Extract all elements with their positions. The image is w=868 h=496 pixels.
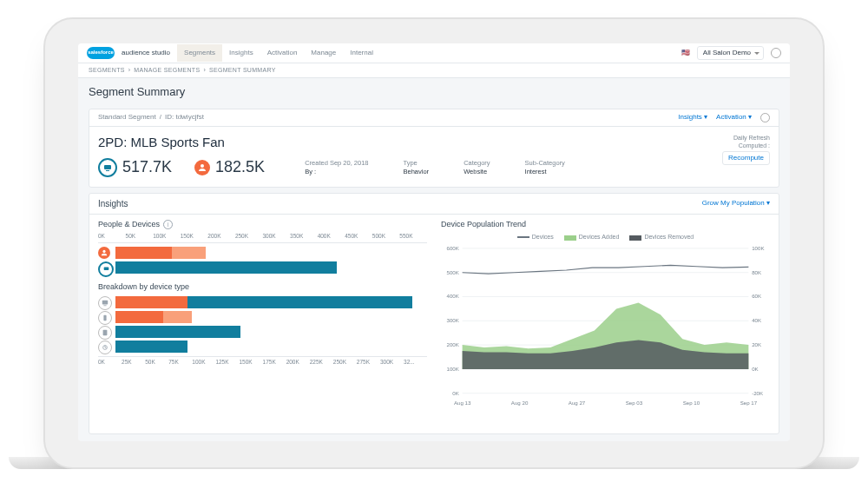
meta-subcat-value: Interest	[525, 168, 565, 176]
activation-dropdown[interactable]: Activation ▾	[716, 113, 752, 122]
people-icon	[194, 160, 210, 175]
bar-row-people	[98, 247, 427, 259]
bar-row-devices	[98, 261, 427, 274]
svg-rect-0	[104, 165, 111, 169]
devices-count: 517.7K	[122, 157, 172, 177]
trend-legend: Devices Devices Added Devices Removed	[441, 233, 770, 241]
laptop-frame: salesforce audience studio Segments Insi…	[43, 17, 825, 469]
segment-settings-icon[interactable]	[760, 113, 770, 122]
svg-text:Sep 17: Sep 17	[740, 400, 758, 406]
svg-text:40K: 40K	[752, 317, 762, 323]
meta-category-value: Website	[464, 168, 490, 176]
nav-tab-insights[interactable]: Insights	[222, 44, 260, 62]
recompute-block: Daily Refresh Computed : Recompute	[722, 134, 770, 166]
people-devices-column: People & Devices i 0K50K100K150K200K250K…	[98, 220, 427, 411]
svg-text:0K: 0K	[452, 389, 459, 395]
svg-text:Aug 20: Aug 20	[511, 400, 529, 406]
trend-title: Device Population Trend	[441, 220, 770, 230]
svg-text:400K: 400K	[447, 293, 460, 299]
segment-card: Standard Segment / ID: tdwiycjfst Insigh…	[89, 109, 779, 188]
insights-card: Insights Grow My Population ▾ People & D…	[89, 193, 779, 434]
svg-text:600K: 600K	[447, 244, 460, 250]
svg-point-2	[201, 164, 204, 168]
desktop-icon	[98, 296, 110, 308]
device-icon	[98, 261, 110, 274]
insights-title: Insights	[98, 198, 128, 209]
svg-text:300K: 300K	[447, 317, 460, 323]
recompute-button[interactable]: Recompute	[722, 151, 770, 165]
bar-row-desktop	[98, 296, 427, 308]
breadcrumb: SEGMENTS› MANAGE SEGMENTS› SEGMENT SUMMA…	[78, 63, 790, 78]
svg-text:-20K: -20K	[752, 389, 764, 395]
tablet-icon	[98, 326, 110, 338]
svg-text:200K: 200K	[447, 341, 460, 347]
people-icon	[98, 247, 110, 259]
meta-type-label: Type	[404, 159, 418, 167]
breakdown-title: Breakdown by device type	[98, 282, 427, 293]
segment-id-value: tdwiycjfst	[175, 113, 203, 122]
svg-rect-8	[103, 329, 108, 334]
crumb[interactable]: SEGMENTS	[89, 66, 125, 74]
nav-tab-manage[interactable]: Manage	[304, 44, 343, 62]
svg-text:20K: 20K	[752, 341, 762, 347]
other-device-icon	[98, 341, 110, 353]
flag-icon: 🇺🇸	[681, 49, 690, 57]
crumb: SEGMENT SUMMARY	[209, 66, 276, 74]
account-switcher[interactable]: All Salon Demo	[697, 46, 764, 60]
bar-row-mobile	[98, 311, 427, 323]
svg-text:500K: 500K	[447, 268, 460, 274]
svg-text:60K: 60K	[752, 293, 762, 299]
nav-tabs: Segments Insights Activation Manage Inte…	[177, 44, 380, 62]
salesforce-logo-icon: salesforce	[87, 47, 115, 59]
svg-text:100K: 100K	[752, 244, 765, 250]
svg-text:Aug 13: Aug 13	[454, 400, 471, 406]
people-devices-title: People & Devices	[98, 220, 160, 230]
screen: salesforce audience studio Segments Insi…	[78, 43, 790, 441]
meta-category-label: Category	[464, 159, 490, 167]
top-nav: salesforce audience studio Segments Insi…	[78, 43, 790, 63]
segment-name: 2PD: MLB Sports Fan	[98, 134, 770, 151]
nav-tab-internal[interactable]: Internal	[343, 44, 380, 62]
svg-text:100K: 100K	[447, 365, 460, 371]
svg-text:Sep 10: Sep 10	[683, 400, 700, 406]
created-by: By :	[305, 168, 368, 176]
settings-gear-icon[interactable]	[771, 48, 781, 58]
svg-rect-5	[102, 300, 108, 304]
device-icon	[98, 158, 117, 177]
nav-tab-activation[interactable]: Activation	[260, 44, 305, 62]
mobile-icon	[98, 311, 110, 323]
people-count: 182.5K	[215, 157, 265, 177]
insights-dropdown[interactable]: Insights ▾	[678, 113, 707, 122]
breakdown-chart	[98, 296, 427, 353]
meta-subcat-label: Sub-Category	[525, 159, 565, 167]
svg-rect-4	[103, 268, 108, 271]
product-name: audience studio	[122, 49, 170, 57]
meta-type-value: Behavior	[404, 168, 430, 176]
svg-text:Sep 03: Sep 03	[626, 400, 643, 406]
svg-rect-6	[103, 305, 106, 306]
svg-rect-7	[103, 314, 106, 320]
trend-chart: 0K100K200K300K400K500K600K-20K0K20K40K60…	[441, 243, 770, 408]
segment-type-label: Standard Segment	[98, 113, 156, 122]
svg-text:80K: 80K	[752, 268, 762, 274]
crumb[interactable]: MANAGE SEGMENTS	[134, 66, 200, 74]
created-label: Created Sep 20, 2018	[305, 159, 368, 167]
svg-text:0K: 0K	[752, 365, 759, 371]
hbar2-axis: 0K25K50K75K100K125K150K175K200K225K250K2…	[98, 356, 427, 367]
svg-text:Aug 27: Aug 27	[569, 400, 586, 406]
people-devices-chart	[98, 247, 427, 274]
grow-population-dropdown[interactable]: Grow My Population ▾	[702, 199, 770, 208]
page-title: Segment Summary	[89, 85, 779, 100]
trend-column: Device Population Trend Devices Devices …	[441, 220, 770, 411]
bar-row-tablet	[98, 326, 427, 338]
svg-point-3	[102, 250, 105, 253]
hbar1-axis: 0K50K100K150K200K250K300K350K400K450K500…	[98, 233, 427, 242]
segment-id-label: ID:	[165, 113, 174, 122]
nav-tab-segments[interactable]: Segments	[177, 44, 222, 62]
bar-row-other	[98, 341, 427, 353]
svg-rect-1	[106, 170, 109, 171]
info-icon[interactable]: i	[163, 220, 173, 229]
